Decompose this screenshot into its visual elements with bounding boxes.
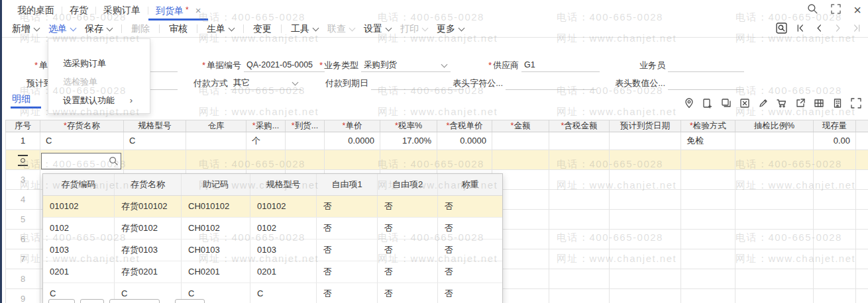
menu-item-label: 选采购订单	[63, 58, 106, 68]
tab-1[interactable]: 我的桌面	[10, 0, 62, 21]
edit-pencil-icon[interactable]	[758, 98, 769, 111]
tab-detail[interactable]: 明细	[12, 93, 30, 105]
field-input-row1-4[interactable]: G1	[521, 58, 600, 72]
building-icon[interactable]	[832, 98, 843, 111]
grid-cell-r1-c8[interactable]: 17.00%	[380, 132, 437, 150]
popup-cell: 否	[317, 218, 378, 239]
menu-item-label: 设置默认功能	[63, 95, 115, 105]
toolbar-item-1[interactable]: 新增	[12, 23, 39, 35]
grid-cell-edit-c3	[124, 150, 186, 169]
grid-cell-edit-c8	[380, 150, 437, 169]
toolbar-item-6[interactable]: 生单	[207, 23, 234, 35]
grid-cell-r1-c10[interactable]	[492, 132, 549, 150]
popup-row-1[interactable]: 010102存货010102CH010102010102否否否	[43, 196, 502, 218]
expand-icon[interactable]	[851, 98, 861, 111]
grid-cell-r1-c7[interactable]: 0.0000	[325, 132, 380, 150]
popup-row-2[interactable]: 0102存货0102CH01020102否否否	[43, 218, 502, 239]
location-pin-icon[interactable]	[684, 98, 694, 111]
chevron-down-icon	[229, 25, 235, 32]
field-input-row1-5[interactable]	[668, 58, 744, 72]
grid-cell-r1-c16[interactable]	[856, 132, 868, 150]
tab-4[interactable]: 到货单*×	[148, 0, 208, 21]
grid-cell-r1-c11[interactable]	[549, 132, 610, 150]
field-input-row1-3[interactable]: 采购到货	[361, 58, 451, 72]
popup-cell: CH0102	[182, 218, 250, 239]
export-icon[interactable]	[795, 98, 806, 111]
field-input-row2-4[interactable]	[506, 76, 596, 90]
grid-col-header-10: *金额	[492, 120, 549, 132]
close-icon[interactable]: ×	[853, 5, 861, 15]
menu-item-3[interactable]: 设置默认功能›	[48, 91, 150, 110]
popup-cell-value: 0103	[257, 245, 276, 255]
row-settings-gear-icon[interactable]	[18, 155, 28, 166]
tab-2[interactable]: 存货	[62, 0, 95, 21]
popup-cell: 否	[317, 283, 378, 303]
popup-cell-value: 存货0103	[121, 245, 158, 255]
grid-cell-edit-c14	[735, 150, 814, 169]
grid-cell-r1-c9[interactable]: 0.0000	[437, 132, 492, 150]
toolbar-item-2[interactable]: 选单	[48, 23, 76, 35]
grid-empty-cell	[681, 190, 735, 209]
popup-cell: 否	[378, 239, 438, 261]
popup-footer-button-1[interactable]: 增加	[48, 299, 75, 303]
required-star: *	[202, 60, 205, 70]
close-tab-icon[interactable]: ×	[195, 5, 201, 16]
grid-cell-r1-c4[interactable]	[186, 132, 246, 150]
toolbar-item-5[interactable]: 审核	[169, 23, 188, 35]
prev-record-icon[interactable]	[814, 23, 824, 36]
window-icons: ×	[807, 0, 861, 21]
columns-icon[interactable]	[814, 98, 824, 111]
popup-header-row: 存货编码存货名称助记码规格型号自由项1自由项2称重	[43, 174, 502, 196]
chevron-down-icon[interactable]	[441, 62, 448, 68]
field-label-text: 表头字符公...	[453, 78, 503, 88]
fullscreen-icon[interactable]	[831, 4, 841, 17]
chevron-down-icon[interactable]	[292, 79, 299, 86]
zoom-search-icon[interactable]	[776, 22, 787, 36]
row-settings-cell[interactable]	[5, 150, 40, 169]
grid-cell-r1-c6[interactable]	[286, 132, 325, 150]
grid-cell-r1-c5[interactable]: 个	[246, 132, 286, 150]
toolbar-item-12[interactable]: 更多	[437, 23, 464, 35]
grid-col-label: 税率%	[398, 121, 422, 130]
grid-row-number: 3	[5, 170, 40, 189]
field-input-row2-5[interactable]	[668, 76, 744, 90]
grid-cell-r1-c13[interactable]: 免检	[681, 132, 735, 150]
grid-cell-r1-c1[interactable]: 1	[5, 132, 40, 150]
popup-cell-value: 0201	[257, 267, 276, 277]
delete-doc-icon[interactable]	[739, 98, 750, 111]
grid-cell-r1-c12[interactable]	[610, 132, 681, 150]
popup-row-3[interactable]: 0103存货0103CH01030103否否否	[43, 239, 502, 261]
popup-footer-button-2[interactable]: 样品	[80, 299, 104, 303]
toolbar-item-7[interactable]: 变更	[253, 23, 272, 35]
field-label-text: 业务员	[639, 60, 665, 70]
first-record-icon[interactable]	[796, 23, 806, 36]
grid-cell-r1-c2[interactable]: C	[40, 132, 124, 150]
field-input-row2-2[interactable]: 其它	[231, 76, 301, 90]
cart-icon[interactable]	[777, 98, 787, 111]
tab-3[interactable]: 采购订单	[96, 0, 148, 21]
menu-item-1[interactable]: 选采购订单	[48, 54, 150, 73]
grid-empty-cell	[549, 249, 610, 269]
grid-cell-r1-c14[interactable]	[735, 132, 814, 150]
field-label-row1-5: 业务员	[615, 60, 665, 71]
popup-cell: 否	[378, 283, 438, 303]
popup-footer-button-3[interactable]: 模糊查询	[109, 299, 160, 303]
grid-col-header-14: 抽检比例%	[735, 120, 814, 132]
copy-icon[interactable]	[721, 98, 732, 111]
grid-cell-r1-c15[interactable]: 0.00	[814, 132, 856, 150]
grid-cell-value: 个	[252, 136, 260, 146]
toolbar-item-3[interactable]: 保存	[85, 23, 112, 35]
toolbar-item-10[interactable]: 设置	[364, 23, 391, 35]
inventory-search-input[interactable]	[41, 153, 121, 169]
toolbar-item-label: 生单	[207, 23, 225, 35]
grid-cell-r1-c3[interactable]: C	[124, 132, 186, 150]
watermark-site-text: 网址：www.chanjet.net	[199, 106, 319, 118]
toolbar-item-8[interactable]: 工具	[291, 23, 318, 35]
add-doc-icon[interactable]	[702, 98, 713, 111]
popup-row-4[interactable]: 0201存货0201CH02010201否否否	[43, 261, 502, 283]
search-icon[interactable]	[807, 3, 818, 17]
grid-empty-cell	[681, 230, 735, 249]
popup-cell-value: 否	[445, 267, 453, 277]
popup-cell: 010102	[43, 196, 115, 217]
popup-footer-button-4[interactable]: 确认	[175, 299, 205, 303]
